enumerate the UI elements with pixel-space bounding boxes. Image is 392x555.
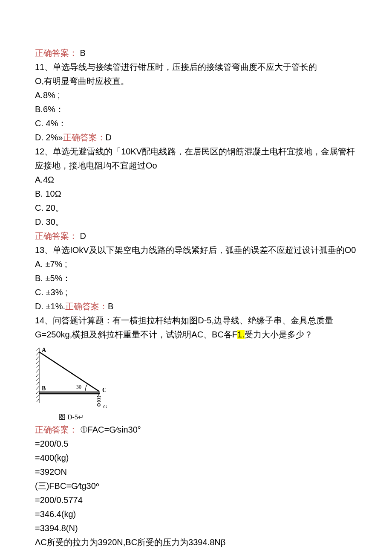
q11-option-b: B.6%：: [35, 102, 357, 116]
svg-line-8: [36, 378, 39, 381]
answer-12: 正确答案： D: [35, 229, 357, 243]
answer-label: 正确答案：: [35, 48, 78, 58]
svg-line-2: [36, 352, 39, 355]
svg-line-5: [36, 365, 39, 368]
svg-line-9: [36, 382, 39, 385]
q14-stem: 14、问答题计算题：有一横担拉杆结构如图D-5,边导线、绝缘子串、金具总质量G=…: [35, 314, 357, 342]
answer-step: ①FAC=G⁄sin30°: [80, 425, 141, 434]
svg-line-4: [36, 360, 39, 364]
q14-post: 受力大小是多少？: [245, 330, 313, 339]
q11-line1: 11、单选导线与接续管进行钳压时，压接后的接续管弯曲度不应大于管长的: [35, 60, 357, 74]
calc-step: =400(kg): [35, 451, 357, 465]
svg-text:G: G: [103, 403, 107, 410]
answer-value: D: [106, 133, 112, 142]
svg-line-12: [36, 395, 39, 398]
q11-line2: O,有明显弯曲时应校直。: [35, 74, 357, 88]
q13-option-d: D. ±1%.正确答案：B: [35, 299, 357, 314]
answer-value: D: [80, 231, 86, 241]
calc-step: (三)FBC=G⁄tg30ᵒ: [35, 479, 357, 493]
svg-line-6: [36, 369, 39, 372]
q13-option-b: B. ±5%：: [35, 271, 357, 285]
svg-text:C: C: [102, 387, 107, 393]
svg-text:A: A: [42, 347, 46, 353]
answer-label: 正确答案：: [65, 302, 108, 311]
q12-option-d: D. 30。: [35, 215, 357, 229]
calc-step: =3394.8(N): [35, 521, 357, 535]
calc-step: =392ON: [35, 465, 357, 479]
triangle-diagram-icon: A B C G 30: [35, 344, 112, 413]
svg-line-1: [36, 348, 39, 351]
svg-line-11: [36, 390, 39, 394]
svg-line-10: [36, 386, 39, 389]
q12-option-c: C. 20。: [35, 201, 357, 215]
answer-label: 正确答案：: [35, 231, 78, 241]
calc-step: =346.4(kg): [35, 507, 357, 521]
svg-line-14: [39, 352, 99, 391]
q12-option-b: B. 10Ω: [35, 187, 357, 201]
svg-point-18: [98, 404, 100, 406]
q13-stem: 13、单选IOkV及以下架空电力线路的导线紧好后，弧垂的误差不应超过设计孤垂的O…: [35, 243, 357, 257]
q11-option-a: A.8% ;: [35, 88, 357, 102]
q13-option-c: C. ±3% ;: [35, 285, 357, 299]
q13-option-a: A. ±7% ;: [35, 257, 357, 271]
answer-14: 正确答案： ①FAC=G⁄sin30°: [35, 423, 357, 437]
svg-text:B: B: [42, 385, 46, 392]
figure-caption: 图 D-5↵: [35, 412, 357, 423]
q13-d-text: D. ±1%.: [35, 302, 65, 311]
q11-option-c: C. 4%：: [35, 116, 357, 131]
calc-step: =200/0.5774: [35, 493, 357, 507]
figure-d5: A B C G 30 图 D-5↵: [35, 344, 357, 423]
answer-label: 正确答案：: [63, 133, 106, 142]
calc-step: =200/0.5: [35, 437, 357, 451]
q11-option-d: D. 2%»正确答案：D: [35, 131, 357, 145]
q12-option-a: A.4Ω: [35, 173, 357, 187]
answer-label: 正确答案：: [35, 425, 78, 434]
svg-line-3: [36, 356, 39, 360]
answer-value: B: [80, 48, 86, 58]
svg-line-7: [36, 373, 39, 377]
answer-10: 正确答案： B: [35, 46, 357, 60]
q11-d-text: D. 2%»: [35, 133, 63, 142]
page-content: 正确答案： B 11、单选导线与接续管进行钳压时，压接后的接续管弯曲度不应大于管…: [0, 0, 392, 555]
svg-text:30: 30: [76, 384, 81, 390]
answer-value: B: [108, 302, 113, 311]
calc-conclusion: ΛC所受的拉力为3920N,BC所受的压力为3394.8Nβ: [35, 535, 357, 549]
q12-stem: 12、单选无避雷线的「10KV配电线路，在居民区的钢筋混凝土电杆宜接地，金属管杆…: [35, 145, 357, 173]
q14-highlight: 1.: [237, 330, 245, 339]
svg-line-13: [36, 399, 39, 402]
